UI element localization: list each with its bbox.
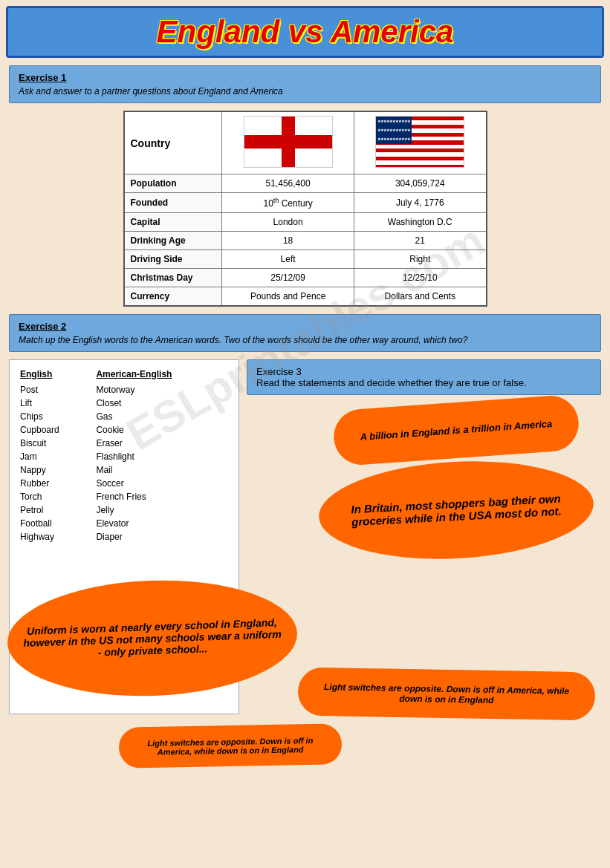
list-item: RubberSoccer xyxy=(17,477,231,490)
comparison-table: Country ★★★★★★ ★★★★★ ★★★★★★ ★★★★★ ★★★★★★… xyxy=(123,111,487,307)
exercise2-box: Exercise 2 Match up the English words to… xyxy=(9,314,601,352)
american-word: Mail xyxy=(93,463,231,477)
table-row: Capital London Washington D.C xyxy=(124,213,487,232)
england-flag-cell xyxy=(222,111,354,174)
america-capital: Washington D.C xyxy=(354,213,487,232)
table-row: Population 51,456,400 304,059,724 xyxy=(124,174,487,193)
england-founded: 10th Century xyxy=(222,193,354,213)
american-word: Elevator xyxy=(93,517,231,530)
country-label: Country xyxy=(124,111,222,174)
english-word: Rubber xyxy=(17,477,93,490)
bubble-text-1: A billion in England is a trillion in Am… xyxy=(360,418,552,443)
list-item: JamFlashlight xyxy=(17,450,231,463)
exercise1-description: Ask and answer to a partner questions ab… xyxy=(19,86,591,97)
english-word: Torch xyxy=(17,490,93,503)
bubble-statement-2: In Britain, most shoppers bag their own … xyxy=(317,454,596,565)
usa-flag-cell: ★★★★★★ ★★★★★ ★★★★★★ ★★★★★ ★★★★★★ ★★★★★ xyxy=(354,111,487,174)
bubble-statement-3: Uniform is worn at nearly every school i… xyxy=(5,575,299,701)
list-item: ChipsGas xyxy=(17,410,231,423)
exercise1-label: Exercise 1 xyxy=(19,72,591,83)
american-word: Jelly xyxy=(93,503,231,517)
english-word: Petrol xyxy=(17,503,93,517)
america-founded: July 4, 1776 xyxy=(354,193,487,213)
capital-label: Capital xyxy=(124,213,222,232)
england-driving-side: Left xyxy=(222,250,354,269)
america-christmas: 12/25/10 xyxy=(354,269,487,287)
list-item: NappyMail xyxy=(17,463,231,477)
table-row: Driving Side Left Right xyxy=(124,250,487,269)
founded-label: Founded xyxy=(124,193,222,213)
drinking-age-label: Drinking Age xyxy=(124,232,222,250)
american-word: Closet xyxy=(93,397,231,410)
star1: ★★★★★★ xyxy=(377,120,395,123)
list-item: TorchFrench Fries xyxy=(17,490,231,503)
currency-label: Currency xyxy=(124,287,222,307)
american-word: Eraser xyxy=(93,437,231,450)
star6: ★★★★★ xyxy=(395,137,410,141)
bubble-text-4: Light switches are opposite. Down is off… xyxy=(313,681,580,706)
american-word: Cookie xyxy=(93,423,231,437)
page-title: England vs America xyxy=(16,14,594,50)
bubble-statement-1: A billion in England is a trillion in Am… xyxy=(332,394,580,467)
american-word: Diaper xyxy=(93,530,231,544)
list-item: LiftCloset xyxy=(17,397,231,410)
bubble-statement-5: Light switches are opposite. Down is off… xyxy=(119,723,343,768)
exercise3-label: Exercise 3 xyxy=(256,366,591,377)
english-word: Biscuit xyxy=(17,437,93,450)
american-word: Motorway xyxy=(93,383,231,397)
american-word: Flashlight xyxy=(93,450,231,463)
star2: ★★★★★ xyxy=(395,120,410,123)
vocab-header-row: English American-English xyxy=(17,368,231,383)
bubble-text-2: In Britain, most shoppers bag their own … xyxy=(333,491,579,529)
english-word: Nappy xyxy=(17,463,93,477)
list-item: HighwayDiaper xyxy=(17,530,231,544)
table-header-row: Country ★★★★★★ ★★★★★ ★★★★★★ ★★★★★ ★★★★★★… xyxy=(124,111,487,174)
driving-side-label: Driving Side xyxy=(124,250,222,269)
table-row: Founded 10th Century July 4, 1776 xyxy=(124,193,487,213)
american-word: French Fries xyxy=(93,490,231,503)
page-title-banner: England vs America xyxy=(6,6,604,58)
table-row: Christmas Day 25/12/09 12/25/10 xyxy=(124,269,487,287)
america-drinking-age: 21 xyxy=(354,232,487,250)
exercise2-description: Match up the English words to the Americ… xyxy=(19,335,591,345)
english-word: Post xyxy=(17,383,93,397)
list-item: CupboardCookie xyxy=(17,423,231,437)
list-item: PostMotorway xyxy=(17,383,231,397)
american-word: Soccer xyxy=(93,477,231,490)
england-flag xyxy=(244,116,333,168)
vocab-table: English American-English PostMotorway Li… xyxy=(17,368,231,544)
english-col-header: English xyxy=(17,368,93,383)
exercise1-box: Exercise 1 Ask and answer to a partner q… xyxy=(9,65,601,103)
english-word: Football xyxy=(17,517,93,530)
england-population: 51,456,400 xyxy=(222,174,354,193)
bubble-text-5: Light switches are opposite. Down is off… xyxy=(134,735,327,757)
star4: ★★★★★ xyxy=(395,128,410,132)
star5: ★★★★★★ xyxy=(377,137,395,141)
table-row: Drinking Age 18 21 xyxy=(124,232,487,250)
english-word: Cupboard xyxy=(17,423,93,437)
england-drinking-age: 18 xyxy=(222,232,354,250)
america-driving-side: Right xyxy=(354,250,487,269)
usa-canton: ★★★★★★ ★★★★★ ★★★★★★ ★★★★★ ★★★★★★ ★★★★★ xyxy=(376,117,412,144)
american-col-header: American-English xyxy=(93,368,231,383)
list-item: PetrolJelly xyxy=(17,503,231,517)
comparison-table-wrapper: Country ★★★★★★ ★★★★★ ★★★★★★ ★★★★★ ★★★★★★… xyxy=(0,111,610,307)
england-capital: London xyxy=(222,213,354,232)
england-currency: Pounds and Pence xyxy=(222,287,354,307)
america-currency: Dollars and Cents xyxy=(354,287,487,307)
exercise3-content: Exercise 3 Read the statements and decid… xyxy=(247,359,601,395)
exercise2-label: Exercise 2 xyxy=(19,321,591,332)
english-word: Chips xyxy=(17,410,93,423)
bubble-text-3: Uniform is worn at nearly every school i… xyxy=(22,616,282,660)
bottom-bubble-area: Uniform is worn at nearly every school i… xyxy=(0,573,610,774)
america-population: 304,059,724 xyxy=(354,174,487,193)
exercise3-description: Read the statements and decide whether t… xyxy=(256,377,591,388)
star3: ★★★★★★ xyxy=(377,128,395,132)
population-label: Population xyxy=(124,174,222,193)
england-christmas: 25/12/09 xyxy=(222,269,354,287)
usa-flag: ★★★★★★ ★★★★★ ★★★★★★ ★★★★★ ★★★★★★ ★★★★★ xyxy=(375,116,464,168)
american-word: Gas xyxy=(93,410,231,423)
english-word: Highway xyxy=(17,530,93,544)
english-word: Jam xyxy=(17,450,93,463)
table-row: Currency Pounds and Pence Dollars and Ce… xyxy=(124,287,487,307)
